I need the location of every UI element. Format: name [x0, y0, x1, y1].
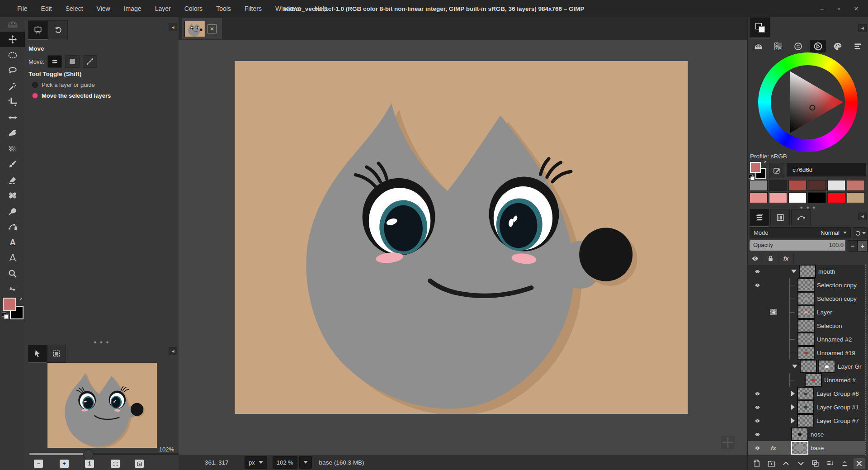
tool-free-select-icon[interactable]	[0, 63, 25, 78]
layer-thumbnail[interactable]	[805, 373, 822, 387]
layer-thumbnail[interactable]	[797, 387, 814, 400]
color-tab-wilber[interactable]	[750, 40, 767, 52]
palette-swatch[interactable]	[827, 180, 845, 191]
mode-reset-button[interactable]	[853, 227, 868, 239]
canvas-viewport[interactable]	[179, 40, 747, 455]
zoom-100-button[interactable]: 1	[85, 460, 94, 468]
palette-swatch[interactable]	[750, 180, 768, 191]
tool-move-icon[interactable]	[0, 32, 25, 47]
delete-layer-button[interactable]	[854, 458, 865, 469]
zoom-slider-knob[interactable]	[83, 449, 94, 460]
expander-open-icon[interactable]	[792, 365, 797, 368]
foreground-color-swatch[interactable]	[3, 298, 16, 311]
menu-filters[interactable]: Filters	[245, 5, 262, 12]
navigation-zoom-slider[interactable]	[29, 451, 200, 457]
menu-help[interactable]: Help	[315, 5, 328, 12]
layer-thumbnail[interactable]	[797, 414, 814, 427]
tool-smudge-icon[interactable]	[0, 204, 25, 219]
color-tab-cmyk[interactable]: CYK	[770, 40, 787, 52]
tool-paths-icon[interactable]	[0, 219, 25, 234]
layer-thumbnail[interactable]	[818, 360, 835, 373]
mini-fg-bg-colors[interactable]	[750, 162, 768, 181]
menu-view[interactable]: View	[97, 5, 110, 12]
expander-open-icon[interactable]	[791, 270, 797, 273]
dock-menu-button[interactable]: ◀	[169, 24, 177, 31]
tab-selection-editor[interactable]	[47, 345, 66, 363]
close-icon[interactable]: ✕	[853, 5, 860, 12]
move-path-button[interactable]	[83, 55, 97, 68]
menu-select[interactable]: Select	[66, 5, 83, 12]
image-tab[interactable]: ✕	[182, 18, 222, 39]
raise-layer-button[interactable]	[780, 458, 792, 469]
layer-thumbnail[interactable]	[797, 332, 815, 346]
layer-row-layer-group-6[interactable]: Layer Group #6	[748, 387, 865, 400]
dock-menu-button-3[interactable]: ◀	[858, 24, 867, 32]
tab-channels[interactable]	[770, 209, 790, 226]
layer-row-layer[interactable]: Layer	[748, 305, 865, 319]
color-wheel[interactable]	[758, 52, 858, 152]
layer-row-unnamed-[interactable]: Unnamed #	[748, 373, 865, 387]
visibility-eye-icon[interactable]	[751, 269, 763, 275]
tab-undo-history[interactable]	[48, 20, 68, 39]
color-tab-scales[interactable]	[849, 40, 866, 52]
layer-thumbnail[interactable]	[797, 346, 815, 360]
layer-thumbnail[interactable]	[797, 400, 814, 414]
menu-tools[interactable]: Tools	[216, 5, 231, 12]
shrink-wrap-button[interactable]	[135, 460, 144, 468]
tool-bucket-fill-icon[interactable]	[0, 125, 25, 141]
palette-swatch[interactable]	[788, 180, 807, 191]
layer-thumbnail[interactable]	[800, 360, 817, 373]
layer-row-layer-group-7[interactable]: Layer Group #7	[748, 414, 865, 427]
tool-gegl-operation-icon[interactable]	[0, 281, 25, 297]
layer-row-mouth[interactable]: mouth	[748, 265, 865, 278]
move-selection-button[interactable]	[65, 55, 80, 68]
palette-swatch[interactable]	[788, 192, 807, 203]
layer-thumbnail[interactable]	[797, 319, 815, 332]
tool-measure-icon[interactable]	[0, 250, 25, 266]
switch-lock-icon[interactable]	[763, 253, 778, 264]
anchor-layer-button[interactable]	[839, 458, 850, 469]
merge-down-button[interactable]	[824, 458, 836, 469]
hex-color-input[interactable]: c76d6d	[787, 163, 866, 176]
layer-mode-select[interactable]: Mode Normal	[750, 227, 851, 238]
color-tab-watercolor[interactable]	[790, 40, 807, 52]
layer-thumbnail[interactable]	[797, 292, 815, 305]
color-tab-palette[interactable]	[830, 40, 846, 52]
palette-swatch[interactable]	[769, 192, 787, 203]
palette-swatch[interactable]	[808, 180, 826, 191]
visibility-eye-icon[interactable]	[751, 391, 763, 397]
layer-row-selection[interactable]: Selection	[748, 319, 865, 332]
visibility-eye-icon[interactable]	[751, 282, 763, 288]
image-tab-thumbnail[interactable]	[185, 21, 205, 37]
zoom-out-button[interactable]: −	[34, 460, 43, 468]
opacity-increase-button[interactable]: +	[858, 240, 868, 252]
layer-row-layer-gr[interactable]: Layer Gr	[748, 360, 865, 373]
menu-image[interactable]: Image	[124, 5, 142, 12]
radio-option-1[interactable]: Move the selected layers	[32, 92, 111, 99]
visibility-eye-icon[interactable]	[751, 418, 763, 424]
layer-row-selection-copy[interactable]: Selection copy	[748, 292, 865, 305]
menu-colors[interactable]: Colors	[184, 5, 203, 12]
layer-row-base[interactable]: fxbase	[748, 441, 865, 455]
move-layer-button[interactable]	[47, 55, 62, 68]
new-group-button[interactable]	[766, 458, 778, 469]
duplicate-layer-button[interactable]	[810, 458, 821, 469]
opacity-decrease-button[interactable]: −	[848, 240, 858, 252]
radio-option-0[interactable]: Pick a layer or guide	[32, 81, 95, 88]
dock-menu-button-2[interactable]: ◀	[169, 347, 177, 355]
zoom-select[interactable]	[299, 456, 312, 469]
expander-closed-icon[interactable]	[791, 391, 795, 396]
expander-closed-icon[interactable]	[791, 404, 795, 410]
canvas-image[interactable]	[235, 61, 688, 414]
palette-swatch[interactable]	[847, 192, 865, 203]
menu-edit[interactable]: Edit	[41, 5, 52, 12]
default-colors-icon[interactable]	[2, 312, 8, 318]
tool-fuzzy-select-icon[interactable]	[0, 79, 25, 94]
tool-crop-icon[interactable]	[0, 94, 25, 109]
radio-selected-icon[interactable]	[32, 93, 38, 99]
tool-ellipse-select-icon[interactable]	[0, 47, 25, 63]
menu-layer[interactable]: Layer	[155, 5, 171, 12]
dock-resize-handle[interactable]: ● ● ●	[25, 339, 179, 344]
tool-text-icon[interactable]: A	[0, 235, 25, 250]
layer-row-unnamed-19[interactable]: Unnamed #19	[748, 346, 865, 360]
